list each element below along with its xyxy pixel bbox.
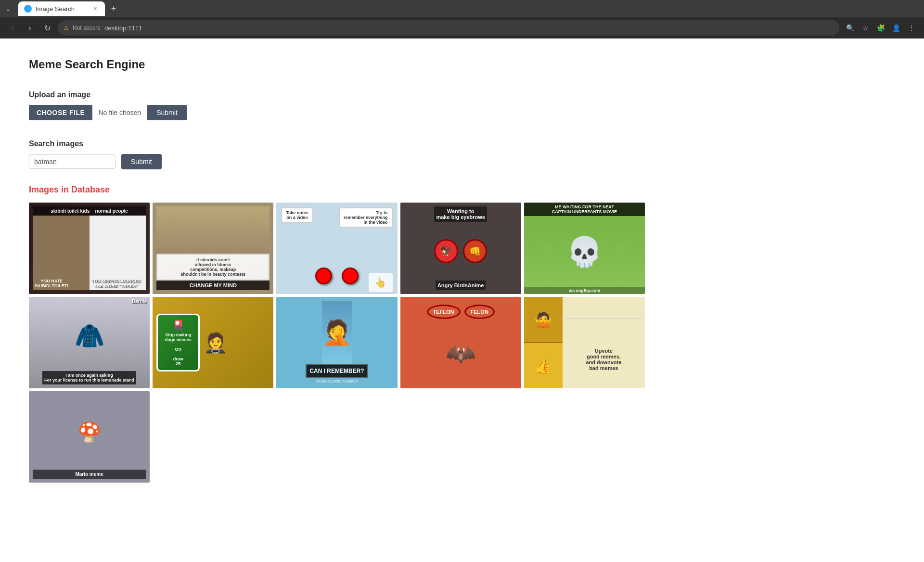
search-section: Search images Submit (29, 140, 645, 169)
meme-item-6[interactable]: Bernie 🧥 I am once again askingFor your … (29, 297, 150, 388)
file-name-text: No file chosen (98, 109, 141, 116)
nav-icons: 🔍 ☆ 🧩 👤 ⋮ (843, 21, 918, 35)
page-content: Meme Search Engine Upload an image CHOOS… (0, 38, 674, 502)
menu-icon-btn[interactable]: ⋮ (905, 21, 918, 35)
upload-submit-btn[interactable]: Submit (147, 105, 187, 120)
search-icon-btn[interactable]: 🔍 (843, 21, 857, 35)
tab-bar: ⌄ 🌐 Image Search × + (0, 0, 924, 17)
meme-item-8[interactable]: 🤦 CAN I REMEMBER? JANE-CLARK.TUMBLR (276, 297, 397, 388)
search-submit-btn[interactable]: Submit (121, 154, 162, 169)
profile-icon-btn[interactable]: 👤 (889, 21, 903, 35)
meme-item-7[interactable]: 🎴 Stop makingdoge memesORdraw25 🤵 (153, 297, 273, 388)
meme-item-9[interactable]: TEFLON FELON 🦇 (400, 297, 521, 388)
forward-btn[interactable]: › (23, 21, 37, 35)
upload-label: Upload an image (29, 90, 645, 99)
meme-item-4[interactable]: Wanting tomake big eyebrows 🦅 👊 Angry Bi… (400, 203, 521, 294)
meme-item-10[interactable]: 🙅 👍 Upvotegood memes,and downvotebad mem… (524, 297, 645, 388)
bookmark-icon-btn[interactable]: ☆ (859, 21, 872, 35)
active-tab[interactable]: 🌐 Image Search × (18, 1, 105, 16)
upload-row: CHOOSE FILE No file chosen Submit (29, 105, 645, 120)
back-btn[interactable]: ‹ (6, 21, 19, 35)
gallery-grid: skibidi toilet kids normal people YOU HA… (29, 203, 645, 483)
meme-item-2[interactable]: if steroids aren'tallowed in fitnesscomp… (153, 203, 273, 294)
extension-icon-btn[interactable]: 🧩 (874, 21, 887, 35)
security-text: Not secure (73, 25, 101, 31)
tab-title: Image Search (36, 5, 88, 13)
search-label: Search images (29, 140, 645, 148)
gallery-section: Images in Database skibidi toilet kids n… (29, 185, 645, 483)
meme-item-1[interactable]: skibidi toilet kids normal people YOU HA… (29, 203, 150, 294)
page-title: Meme Search Engine (29, 58, 645, 71)
meme-item-11[interactable]: 🍄 Mario meme (29, 391, 150, 483)
nav-bar: ‹ › ↻ ⚠ Not secure desktop:1111 🔍 ☆ 🧩 👤 … (0, 17, 924, 38)
search-row: Submit (29, 154, 645, 169)
meme-item-5[interactable]: ME WAITING FOR THE NEXTCAPTAIN UNDERPANT… (524, 203, 645, 294)
minimize-btn[interactable]: ⌄ (4, 4, 13, 13)
gallery-title: Images in Database (29, 185, 645, 195)
browser-chrome: ⌄ 🌐 Image Search × + ‹ › ↻ ⚠ Not secure … (0, 0, 924, 38)
meme-item-3[interactable]: Take noteson a video Try toremember ever… (276, 203, 397, 294)
new-tab-btn[interactable]: + (107, 2, 120, 15)
address-text: desktop:1111 (104, 25, 834, 32)
search-input[interactable] (29, 154, 116, 169)
browser-tab-controls: ⌄ (4, 4, 13, 13)
security-icon: ⚠ (64, 25, 69, 31)
address-bar[interactable]: ⚠ Not secure desktop:1111 (58, 20, 839, 36)
tab-favicon: 🌐 (24, 5, 32, 13)
refresh-btn[interactable]: ↻ (40, 21, 54, 35)
upload-section: Upload an image CHOOSE FILE No file chos… (29, 90, 645, 120)
tab-close-btn[interactable]: × (91, 5, 99, 13)
choose-file-btn[interactable]: CHOOSE FILE (29, 105, 92, 120)
